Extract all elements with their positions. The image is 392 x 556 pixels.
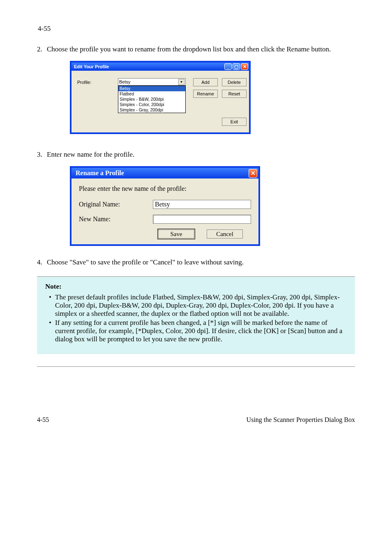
footer-page-num: 4-55: [37, 416, 49, 424]
note-heading: Note:: [45, 283, 347, 291]
edit-profile-dialog: Edit Your Profile _ ▢ ✕ Profile: Betsy ▼…: [70, 61, 251, 134]
dialog-body: Profile: Betsy ▼ Betsy Flatbed Simplex -…: [71, 71, 249, 132]
dialog-titlebar: Edit Your Profile _ ▢ ✕: [71, 63, 249, 71]
save-button[interactable]: Save: [158, 229, 194, 239]
profile-label: Profile:: [77, 80, 91, 85]
chevron-down-icon[interactable]: ▼: [178, 79, 184, 85]
original-name-field: Betsy: [153, 200, 251, 209]
page-number: 4-55: [38, 25, 355, 33]
new-name-row: New Name:: [79, 215, 251, 224]
dialog-button-row: Save Cancel: [79, 229, 251, 239]
step-text: Choose the profile you want to rename fr…: [47, 45, 355, 53]
original-name-row: Original Name: Betsy: [79, 200, 251, 209]
step-text: Choose "Save" to save the profile or "Ca…: [47, 258, 355, 266]
dialog-titlebar: Rename a Profile ✕: [71, 168, 258, 178]
new-name-label: New Name:: [79, 215, 153, 223]
reset-button[interactable]: Reset: [222, 90, 247, 98]
step-text: Enter new name for the profile.: [47, 151, 355, 159]
cancel-button[interactable]: Cancel: [207, 229, 243, 239]
prompt-text: Please enter the new name of the profile…: [79, 185, 251, 192]
separator: [37, 366, 355, 367]
list-item[interactable]: Flatbed: [118, 91, 185, 97]
minimize-icon[interactable]: _: [224, 63, 232, 70]
rename-button[interactable]: Rename: [193, 90, 218, 98]
list-item[interactable]: Simplex - Gray, 200dpi: [118, 107, 185, 113]
window-buttons: _ ▢ ✕: [224, 63, 248, 70]
new-name-field[interactable]: [153, 215, 251, 224]
dialog-title: Rename a Profile: [76, 169, 124, 177]
step-3: 3. Enter new name for the profile.: [37, 151, 355, 159]
exit-button[interactable]: Exit: [222, 118, 247, 126]
maximize-icon[interactable]: ▢: [233, 63, 240, 70]
step-num: 4.: [37, 258, 47, 266]
original-name-value: Betsy: [155, 201, 170, 208]
dialog-body: Please enter the new name of the profile…: [71, 178, 258, 244]
footer-section: Using the Scanner Properties Dialog Box: [247, 416, 355, 424]
bullet-icon: •: [45, 293, 55, 318]
note-text: The preset default profiles include Flat…: [55, 293, 347, 318]
list-item[interactable]: Simplex - Color, 200dpi: [118, 102, 185, 107]
delete-button[interactable]: Delete: [222, 78, 247, 86]
rename-profile-dialog: Rename a Profile ✕ Please enter the new …: [70, 166, 260, 246]
note-bullet: • The preset default profiles include Fl…: [45, 293, 347, 318]
window-buttons: ✕: [249, 169, 257, 178]
close-icon[interactable]: ✕: [249, 169, 257, 178]
profile-combobox[interactable]: Betsy ▼: [118, 78, 186, 86]
add-button[interactable]: Add: [193, 78, 218, 86]
original-name-label: Original Name:: [79, 201, 153, 208]
list-item[interactable]: Simplex - B&W, 200dpi: [118, 97, 185, 102]
step-2: 2. Choose the profile you want to rename…: [37, 45, 355, 53]
list-item[interactable]: Betsy: [118, 86, 185, 91]
note-text: If any setting for a current profile has…: [55, 319, 347, 343]
profile-dropdown-list[interactable]: Betsy Flatbed Simplex - B&W, 200dpi Simp…: [118, 86, 186, 113]
close-icon[interactable]: ✕: [241, 63, 248, 70]
note-box: Note: • The preset default profiles incl…: [37, 277, 355, 354]
step-num: 3.: [37, 151, 47, 159]
page-footer: 4-55 Using the Scanner Properties Dialog…: [37, 416, 355, 424]
step-4: 4. Choose "Save" to save the profile or …: [37, 258, 355, 266]
step-num: 2.: [37, 45, 47, 53]
note-bullet: • If any setting for a current profile h…: [45, 319, 347, 343]
combobox-value: Betsy: [119, 79, 131, 84]
dialog-title: Edit Your Profile: [74, 64, 109, 69]
bullet-icon: •: [45, 319, 55, 343]
